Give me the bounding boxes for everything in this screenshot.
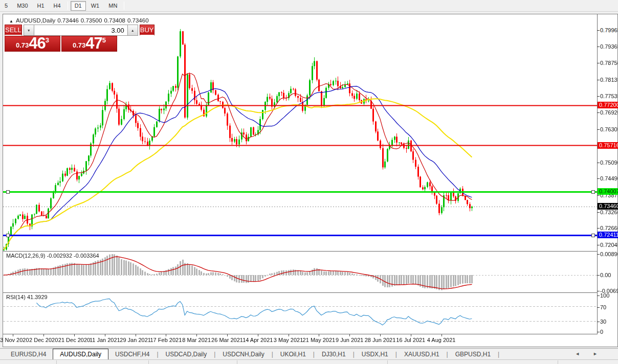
price-axis-label: 0.76920 (600, 109, 618, 116)
rsi-bottom-border (3, 334, 598, 334)
date-axis-label: 28 Jun 2021 (365, 337, 396, 343)
price-axis-label: 0.77535 (600, 93, 618, 99)
rsi-label: RSI(14) 41.3929 (6, 294, 48, 300)
chart-tab-gbpusd[interactable]: GBPUSD,H1 (449, 349, 497, 359)
ohlc-open: 0.73446 (57, 17, 79, 24)
axis-tick-mark (597, 332, 600, 332)
sell-button[interactable]: SELL (5, 25, 22, 36)
price-axis-label: 0.74490 (600, 175, 618, 181)
axis-tick-mark (597, 163, 600, 163)
price-axis-label: 0.79965 (600, 27, 618, 33)
date-axis-label: 21 Dec 2020 (58, 337, 90, 343)
statusbar-separator (387, 360, 388, 364)
price-badge: 0.75716 (598, 142, 618, 149)
tab-scroll-arrows[interactable]: ◄► (575, 351, 611, 356)
chart-ohlc-line: ▲AUDUSD,Daily0.734460.735000.734080.7346… (9, 17, 151, 24)
timeframe-button-m30[interactable]: M30 (13, 1, 32, 11)
date-tick-mark (289, 334, 289, 336)
date-tick-mark (43, 334, 44, 336)
date-tick-mark (442, 334, 442, 336)
axis-tick-mark (597, 275, 600, 276)
date-tick-mark (136, 334, 136, 336)
chart-tab-usdcad[interactable]: USDCAD,Daily (159, 349, 214, 359)
price-axis-border (597, 14, 598, 334)
statusbar-separator (148, 360, 149, 364)
chart-tabs: EURUSD,H4AUDUSD,DailyUSDCHF,H4|USDCAD,Da… (0, 348, 618, 359)
price-axis-label: 0.72660 (600, 225, 618, 231)
timeframe-button-d1[interactable]: D1 (71, 1, 86, 11)
volume-input[interactable] (34, 25, 127, 36)
toolbar-separator (124, 2, 124, 10)
chart-tab-usdcnh[interactable]: USDCNH,Daily (216, 349, 271, 359)
price-axis-label: 0.75090 (600, 160, 618, 166)
chart-tab-usdchf[interactable]: USDCHF,H4 (108, 349, 156, 359)
chart-tab-dj30[interactable]: DJ30,H1 (315, 349, 352, 359)
buy-price-button[interactable]: 0.73 47 5 (61, 36, 117, 52)
date-tick-mark (258, 334, 258, 336)
chart-tab-ukoil[interactable]: UKOil,H1 (274, 349, 313, 359)
timeframe-button-mn[interactable]: MN (104, 1, 121, 11)
date-tick-mark (411, 334, 411, 336)
axis-tick-mark (597, 195, 600, 196)
axis-tick-mark (597, 47, 600, 47)
macd-rsi-separator[interactable] (3, 292, 598, 293)
price-chart-canvas[interactable] (3, 14, 597, 334)
price-axis-label: 0.79365 (600, 43, 618, 50)
buy-price-prefix: 0.73 (73, 40, 85, 51)
buy-price-sup: 5 (102, 36, 106, 43)
date-axis-label: 26 Mar 2021 (211, 337, 243, 343)
main-macd-separator[interactable] (3, 251, 598, 252)
price-axis-label: 0.78135 (600, 77, 618, 83)
price-axis-label: 0.76305 (600, 126, 618, 132)
price-axis-label: 0.78750 (600, 60, 618, 66)
axis-tick-mark (597, 178, 600, 179)
axis-tick-mark (597, 307, 600, 308)
chart-tab-xauusd[interactable]: XAUUSD,H1 (398, 349, 446, 359)
date-axis-label: 21 May 2021 (303, 337, 336, 343)
sell-price-prefix: 0.73 (16, 40, 29, 51)
date-tick-mark (227, 334, 228, 336)
sell-price-button[interactable]: 0.73 46 3 (5, 36, 60, 52)
axis-tick-mark (597, 254, 600, 255)
indicator-axis-label: 0.00 (600, 272, 611, 278)
chart-tab-audusd[interactable]: AUDUSD,Daily (53, 349, 108, 359)
axis-tick-mark (597, 245, 600, 245)
axis-tick-mark (597, 129, 600, 130)
buy-button[interactable]: BUY (140, 25, 154, 36)
axis-tick-mark (597, 63, 600, 63)
axis-tick-mark (597, 291, 600, 291)
one-click-trading-panel: SELL ▼ ▲ BUY 0.73 46 3 (5, 25, 117, 52)
date-tick-mark (380, 334, 381, 336)
date-tick-mark (319, 334, 319, 336)
date-axis-label: 8 Mar 2021 (182, 337, 211, 343)
timeframe-button-5[interactable]: 5 (1, 1, 12, 11)
date-tick-mark (196, 334, 197, 336)
price-badge: 0.74007 (598, 188, 618, 195)
chart-symbol-label: AUDUSD,Daily (16, 17, 55, 24)
collapse-panel-icon[interactable]: ▲ (9, 19, 13, 24)
indicator-axis-label: 0.008903 (600, 251, 618, 257)
axis-tick-mark (597, 322, 600, 322)
date-tick-mark (105, 334, 105, 336)
timeframe-button-h1[interactable]: H1 (33, 1, 49, 11)
timeframe-toolbar: 5M30H1H4D1W1MN (0, 0, 618, 12)
ohlc-high: 0.73500 (81, 17, 102, 24)
axis-tick-mark (597, 228, 600, 229)
date-axis-label: 3 May 2021 (274, 337, 303, 343)
volume-increase-button[interactable]: ▲ (127, 25, 138, 36)
timeframe-button-h4[interactable]: H4 (50, 1, 65, 11)
price-badge: 0.72411 (598, 232, 618, 238)
chevron-down-icon: ▼ (27, 29, 31, 32)
price-badge: 0.77200 (598, 102, 618, 108)
toolbar-separator (68, 2, 68, 10)
timeframe-button-w1[interactable]: W1 (87, 1, 104, 11)
date-axis-label: 9 Jun 2021 (336, 337, 363, 343)
axis-tick-mark (597, 80, 600, 80)
chart-tab-usdx[interactable]: USDX,H1 (355, 349, 395, 359)
date-tick-mark (74, 334, 75, 336)
chart-tab-eurusd[interactable]: EURUSD,H4 (4, 349, 53, 359)
status-bar (0, 359, 618, 364)
ohlc-close: 0.73460 (127, 17, 149, 24)
metatrader-window: 5M30H1H4D1W1MN ▲AUDUSD,Daily0.734460.735… (0, 0, 618, 364)
statusbar-separator (56, 360, 57, 364)
